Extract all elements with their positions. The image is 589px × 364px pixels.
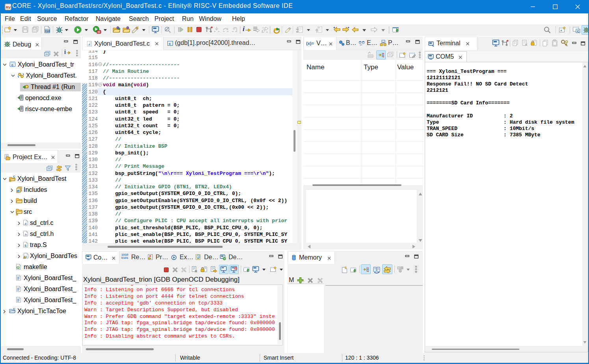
svg-text:x=: x= xyxy=(360,44,362,46)
svg-text:S: S xyxy=(24,244,27,247)
svg-text:!: ! xyxy=(10,180,10,182)
svg-text:C: C xyxy=(577,30,580,33)
svg-text:c: c xyxy=(169,42,171,46)
svg-text:c: c xyxy=(11,63,13,67)
svg-text:J: J xyxy=(198,256,199,258)
svg-text:.h: .h xyxy=(24,233,27,236)
svg-text:.c: .c xyxy=(24,222,27,225)
svg-text:RV: RV xyxy=(6,5,11,9)
svg-text:!: ! xyxy=(24,256,24,259)
svg-text:!: ! xyxy=(17,213,17,215)
svg-text:.c: .c xyxy=(88,43,91,46)
svg-text:C: C xyxy=(13,307,15,311)
svg-text:010: 010 xyxy=(45,30,50,33)
svg-text:C: C xyxy=(13,175,15,178)
svg-text:!: ! xyxy=(149,258,149,260)
